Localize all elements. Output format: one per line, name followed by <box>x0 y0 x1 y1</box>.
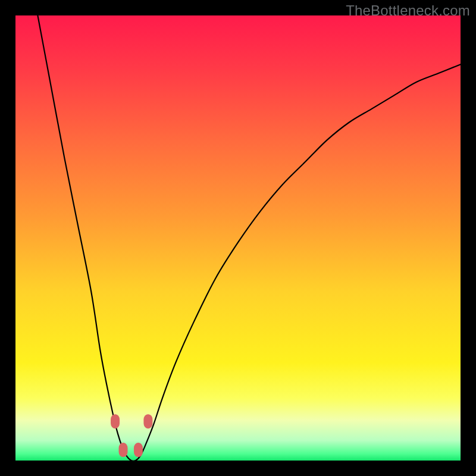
marker-point <box>119 443 128 457</box>
bottleneck-chart <box>15 15 461 461</box>
marker-point <box>111 414 120 428</box>
chart-frame <box>15 15 461 461</box>
marker-point <box>143 414 152 428</box>
watermark-text: TheBottleneck.com <box>346 2 470 19</box>
marker-point <box>134 443 143 457</box>
chart-background <box>15 15 461 461</box>
